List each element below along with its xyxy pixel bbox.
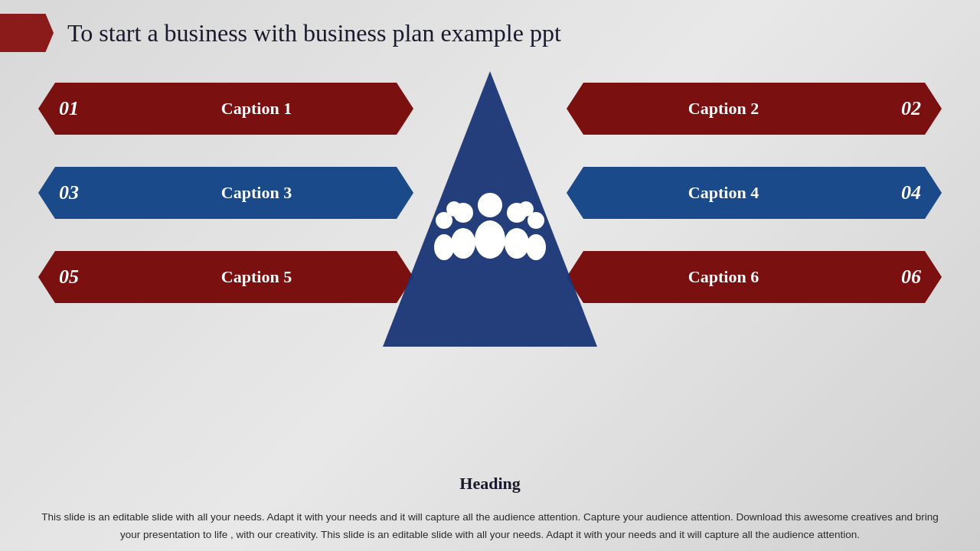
caption-06: Caption 6 [567,267,880,287]
body-text: This slide is an editable slide with all… [38,509,942,543]
svg-point-1 [478,193,502,217]
slide: To start a business with business plan e… [0,0,980,551]
header-arrow-icon [0,14,54,52]
number-05: 05 [38,266,100,289]
banner-06: Caption 6 06 [567,251,942,303]
caption-03: Caption 3 [100,183,413,203]
number-03: 03 [38,181,100,204]
svg-point-11 [446,201,462,217]
banner-05: 05 Caption 5 [38,251,413,303]
banner-04: Caption 4 04 [567,167,942,219]
svg-point-12 [518,201,534,217]
svg-point-6 [505,228,529,259]
number-06: 06 [880,266,942,289]
number-01: 01 [38,97,100,120]
people-icon [433,171,547,293]
caption-05: Caption 5 [100,267,413,287]
banner-03: 03 Caption 3 [38,167,413,219]
banner-01: 01 Caption 1 [38,83,413,135]
svg-point-4 [451,228,475,259]
caption-01: Caption 1 [100,99,413,119]
footer-section: This slide is an editable slide with all… [38,509,942,543]
number-02: 02 [880,97,942,120]
heading-label: Heading [459,474,520,493]
svg-point-8 [434,234,454,260]
page-title: To start a business with business plan e… [67,19,561,47]
number-04: 04 [880,181,942,204]
banner-02: Caption 2 02 [567,83,942,135]
caption-02: Caption 2 [567,99,880,119]
header: To start a business with business plan e… [0,0,980,60]
svg-point-2 [475,220,505,259]
center-heading: Heading [459,474,520,494]
svg-point-10 [526,234,546,260]
caption-04: Caption 4 [567,183,880,203]
